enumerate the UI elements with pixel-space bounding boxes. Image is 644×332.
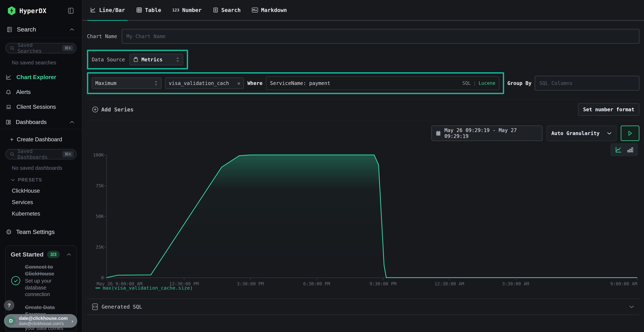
tab-table[interactable]: Table (134, 0, 164, 20)
chevron-up-icon[interactable] (70, 120, 74, 124)
saved-searches-input[interactable]: Saved Searches ⌘K (5, 43, 76, 53)
chevron-right-icon: › (72, 318, 73, 324)
chart-name-row: Chart Name (87, 29, 639, 44)
x-tick-label: 9:30:00 PM (370, 281, 396, 286)
language-separator: | (473, 80, 476, 86)
chevron-down-icon (629, 305, 634, 308)
sidebar-item-alerts[interactable]: Alerts (0, 89, 82, 95)
logo[interactable]: HyperDX (8, 6, 46, 15)
generated-sql-toggle[interactable]: Generated SQL (87, 298, 639, 315)
line-chart-icon (90, 7, 96, 13)
y-tick-label: 100K (93, 152, 104, 158)
no-saved-searches-text: No saved searches (12, 60, 82, 66)
tab-number[interactable]: 123 Number (170, 0, 204, 20)
table-icon (136, 7, 142, 13)
user-texts: dale@clickhouse.com dale@clickhouse.com'… (19, 316, 68, 326)
group-by-label: Group By (507, 80, 532, 86)
data-source-highlight-box: Data Source Metrics (87, 50, 188, 70)
chart-explorer-icon (5, 74, 12, 80)
tab-label: Search (221, 7, 240, 13)
y-tick-label: 0 (101, 275, 104, 280)
data-source-select[interactable]: Metrics (130, 54, 183, 65)
dashboards-icon (5, 119, 12, 125)
chart-explorer-label: Chart Explorer (16, 74, 56, 80)
shortcut-badge: ⌘K (62, 151, 74, 158)
run-query-button[interactable] (621, 126, 639, 141)
bell-icon (5, 89, 12, 95)
sidebar-item-kubernetes[interactable]: Kubernetes (12, 210, 82, 217)
plot-area[interactable]: 100K75K50K25K0May 26 9:00:00 AM12:30:00 … (106, 155, 637, 278)
tab-label: Number (182, 7, 202, 13)
chevron-up-icon[interactable] (70, 28, 74, 31)
where-input[interactable] (270, 80, 460, 86)
dashboards-label: Dashboards (16, 119, 47, 126)
remove-metric-icon[interactable]: ✕ (237, 80, 240, 86)
user-menu[interactable]: D dale@clickhouse.com dale@clickhouse.co… (4, 314, 77, 328)
help-button[interactable]: ? (4, 300, 14, 310)
y-tick-mark (104, 278, 106, 278)
metric-field-tag[interactable]: visa_validation_cach ✕ (165, 78, 244, 89)
get-started-title: Get Started (11, 251, 44, 258)
line-chart-toggle-icon[interactable] (615, 146, 622, 153)
chart-area: 100K75K50K25K0May 26 9:00:00 AM12:30:00 … (87, 155, 639, 291)
sql-language-toggle[interactable]: SQL (462, 80, 471, 86)
create-dashboard-button[interactable]: + Create Dashboard (10, 136, 82, 143)
updown-chevrons-icon (154, 80, 158, 86)
saved-dashboards-placeholder: Saved Dashboards (18, 148, 60, 160)
team-settings-label: Team Settings (16, 228, 54, 236)
get-started-item[interactable]: Connect to ClickHouse Set up your databa… (11, 264, 71, 298)
aggregation-select[interactable]: Maximum (92, 78, 162, 89)
x-tick-label: 3:30:00 AM (502, 281, 529, 286)
date-range-picker[interactable]: May 26 09:29:19 - May 27 09:29:19 (432, 126, 542, 141)
sidebar-item-client-sessions[interactable]: Client Sessions (0, 104, 82, 110)
series-row: Maximum visa_validation_cach ✕ Where SQL… (87, 72, 639, 94)
y-tick-mark (104, 186, 106, 186)
saved-dashboards-input[interactable]: Saved Dashboards ⌘K (5, 149, 76, 160)
sidebar-item-services[interactable]: Services (12, 199, 82, 206)
play-icon (627, 130, 633, 136)
x-tick-label: 6:30:00 PM (303, 281, 330, 286)
y-tick-label: 50K (96, 214, 104, 219)
y-tick-mark (104, 216, 106, 216)
sidebar-section-dashboards[interactable]: Dashboards (0, 115, 82, 129)
metric-field-name: visa_validation_cach (169, 80, 229, 86)
set-number-format-button[interactable]: Set number format (578, 103, 639, 116)
sidebar-section-search[interactable]: Search (0, 22, 82, 38)
sidebar-item-team-settings[interactable]: ⚙ Team Settings (0, 228, 82, 236)
get-started-badge: 3/3 (47, 251, 60, 258)
series-area (106, 155, 637, 278)
tab-search[interactable]: Search (210, 0, 243, 20)
tab-markdown[interactable]: Markdown (249, 0, 290, 20)
x-tick-mark (449, 278, 450, 280)
bar-chart-toggle-icon[interactable] (627, 146, 634, 153)
search-icon (10, 46, 15, 50)
x-tick-mark (516, 278, 516, 280)
code-icon (92, 304, 98, 310)
granularity-select[interactable]: Auto Granularity (547, 126, 616, 141)
tab-label: Markdown (261, 7, 287, 13)
chart-name-input[interactable] (122, 29, 639, 44)
create-dashboard-label: Create Dashboard (17, 136, 62, 143)
plus-icon: + (10, 136, 14, 143)
list-doc-icon (213, 7, 218, 13)
tab-label: Line/Bar (99, 7, 125, 13)
sidebar-item-clickhouse[interactable]: ClickHouse (12, 188, 82, 194)
sidebar-collapse-icon[interactable] (67, 7, 74, 14)
y-tick-label: 75K (96, 183, 104, 188)
chevron-up-icon[interactable] (66, 253, 71, 256)
app-title: HyperDX (19, 7, 46, 14)
add-series-button[interactable]: Add Series (92, 106, 134, 113)
y-tick-mark (104, 247, 106, 247)
search-icon (10, 152, 15, 157)
chart-name-label: Chart Name (87, 34, 117, 39)
lucene-language-toggle[interactable]: Lucene (478, 80, 495, 86)
tab-line-bar[interactable]: Line/Bar (87, 0, 128, 20)
group-by-input[interactable] (535, 76, 639, 90)
get-started-header[interactable]: Get Started 3/3 (11, 251, 71, 258)
x-tick-mark (317, 278, 317, 280)
data-source-label: Data Source (92, 57, 125, 62)
chart-type-toggle (610, 143, 638, 156)
gear-icon: ⚙ (6, 228, 12, 236)
sidebar-item-chart-explorer[interactable]: Chart Explorer (0, 74, 82, 80)
presets-toggle[interactable]: PRESETS (11, 177, 82, 183)
